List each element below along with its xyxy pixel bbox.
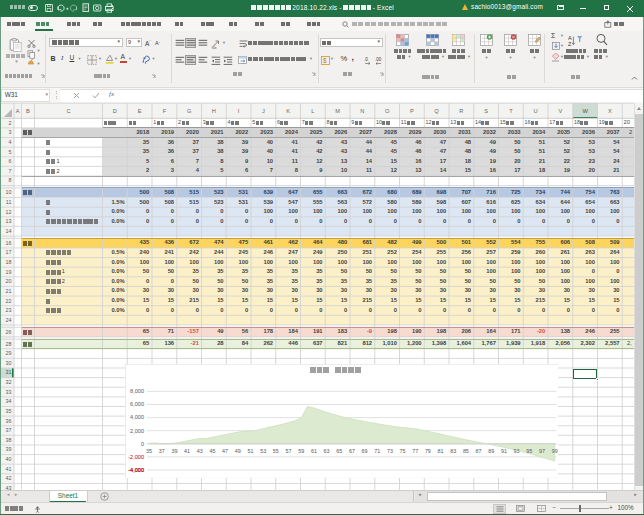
- svg-text:55: 55: [272, 448, 278, 454]
- svg-text:99: 99: [551, 448, 557, 454]
- svg-text:59: 59: [298, 448, 304, 454]
- svg-text:47: 47: [222, 448, 228, 454]
- svg-text:69: 69: [361, 448, 367, 454]
- svg-text:79: 79: [424, 448, 430, 454]
- svg-text:75: 75: [399, 448, 405, 454]
- svg-text:57: 57: [285, 448, 291, 454]
- svg-text:91: 91: [500, 448, 506, 454]
- svg-text:97: 97: [538, 448, 544, 454]
- svg-text:81: 81: [437, 448, 443, 454]
- svg-text:41: 41: [184, 448, 190, 454]
- svg-text:61: 61: [310, 448, 316, 454]
- svg-text:95: 95: [526, 448, 532, 454]
- svg-text:77: 77: [412, 448, 418, 454]
- svg-text:45: 45: [209, 448, 215, 454]
- svg-text:89: 89: [488, 448, 494, 454]
- svg-text:87: 87: [475, 448, 481, 454]
- svg-text:43: 43: [196, 448, 202, 454]
- svg-text:37: 37: [158, 448, 164, 454]
- svg-text:83: 83: [450, 448, 456, 454]
- svg-text:49: 49: [234, 448, 240, 454]
- svg-text:65: 65: [336, 448, 342, 454]
- svg-text:53: 53: [260, 448, 266, 454]
- svg-text:71: 71: [374, 448, 380, 454]
- svg-text:39: 39: [171, 448, 177, 454]
- svg-text:73: 73: [386, 448, 392, 454]
- svg-text:35: 35: [146, 448, 152, 454]
- svg-text:67: 67: [348, 448, 354, 454]
- svg-text:63: 63: [323, 448, 329, 454]
- svg-text:85: 85: [462, 448, 468, 454]
- svg-text:93: 93: [513, 448, 519, 454]
- svg-text:51: 51: [247, 448, 253, 454]
